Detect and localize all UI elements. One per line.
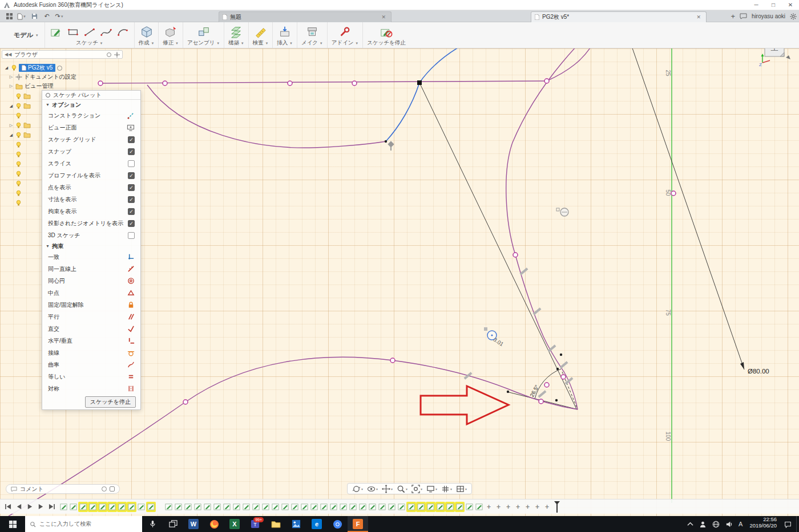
comment-bar[interactable]: コメント [6,484,120,494]
toolbar-group-label[interactable]: 挿入 ▼ [277,39,293,47]
concentric-icon[interactable] [127,277,135,285]
modify-press-button[interactable] [163,25,178,39]
tab-close-icon[interactable]: ✕ [695,14,703,20]
timeline-feature[interactable] [261,502,271,512]
new-tab-button[interactable]: + [731,12,735,21]
palette-constraint-row[interactable]: 中点 [42,287,140,299]
sketch-line-button[interactable] [82,25,97,39]
stop-sketch-button[interactable]: スケッチを停止 [85,396,136,408]
diameter-dimension[interactable]: Ø80.00 [748,368,769,375]
section-collapse-icon[interactable]: ▼ [46,244,50,248]
comment-target-icon[interactable] [102,486,107,492]
timeline-feature[interactable] [348,502,358,512]
expand-arrow-icon[interactable]: ▷ [9,75,14,79]
tl-prev-button[interactable] [15,503,23,510]
collapse-icon[interactable]: ◀◀ [5,52,11,57]
sketch-point-dots[interactable] [385,48,626,401]
nav-fit-button[interactable]: ▾ [411,485,422,493]
start-button[interactable] [0,516,25,532]
timeline-feature[interactable] [319,502,329,512]
palette-option-row[interactable]: 投影されたジオメトリを表示 ✓ [42,217,140,229]
palette-constraint-row[interactable]: 平行 [42,311,140,323]
parallel-icon[interactable] [127,313,135,320]
timeline-feature[interactable] [290,502,300,512]
comment-settings-icon[interactable] [110,486,115,492]
curvature-icon[interactable] [127,361,135,368]
timeline-feature[interactable] [474,502,484,512]
taskbar-clock[interactable]: 22:56 2019/06/20 [747,516,779,532]
timeline-feature[interactable] [300,502,309,512]
palette-section-constraints[interactable]: ▼ 拘束 [42,241,140,251]
maximize-button[interactable]: □ [765,0,782,10]
taskbar-app-teams[interactable]: T 99+ [245,516,265,532]
timeline-feature[interactable]: + [532,502,542,512]
palette-option-row[interactable]: 3D スケッチ [42,229,140,241]
toolbar-group-label[interactable]: 修正 ▼ [163,39,179,47]
sketch-rect-button[interactable] [66,25,80,39]
assembly-button[interactable] [196,25,211,39]
taskbar-search[interactable]: ここに入力して検索 [25,516,142,532]
taskbar-app-photos[interactable] [286,516,306,532]
expand-arrow-icon[interactable]: ◢ [9,104,14,108]
option-checkbox[interactable] [128,160,135,167]
palette-option-row[interactable]: スナップ ✓ [42,145,140,157]
nav-look-at-button[interactable]: ▾ [367,485,378,493]
browser-header[interactable]: ◀◀ ブラウザ [2,50,123,59]
ime-indicator[interactable]: A [739,521,742,527]
option-checkbox[interactable]: ✓ [128,148,135,155]
construction-icon[interactable] [127,112,135,120]
settings-gear-icon[interactable] [790,13,797,20]
tray-globe-icon[interactable] [712,521,720,528]
timeline-feature[interactable] [232,502,241,512]
option-checkbox[interactable]: ✓ [128,172,135,179]
expand-arrow-icon[interactable]: ▷ [9,84,14,88]
spline-control-points[interactable] [98,48,676,404]
timeline-feature[interactable] [203,502,212,512]
document-tab-pg2-v5[interactable]: PG2枚 v5* ✕ [531,11,707,22]
taskbar-app-excel[interactable]: X [224,516,245,532]
timeline-feature-highlighted[interactable] [406,502,416,512]
timeline-feature[interactable] [59,502,68,512]
option-checkbox[interactable]: ✓ [128,208,135,215]
option-checkbox[interactable]: ✓ [128,136,135,143]
expand-arrow-icon[interactable]: ◢ [4,66,9,70]
timeline-feature[interactable] [387,502,397,512]
inspect-button[interactable] [253,25,268,39]
palette-option-row[interactable]: 寸法を表示 ✓ [42,193,140,205]
timeline-feature-highlighted[interactable] [435,502,445,512]
toolbar-group-label[interactable]: 構築 ▼ [228,39,244,47]
bulb-icon[interactable] [15,93,22,100]
minimize-button[interactable]: ─ [748,0,765,10]
cortana-mic-icon[interactable] [142,516,163,532]
timeline-feature-highlighted[interactable] [127,502,136,512]
timeline-feature[interactable] [271,502,280,512]
option-checkbox[interactable]: ✓ [128,184,135,191]
bulb-icon[interactable] [15,141,22,148]
timeline-feature[interactable] [212,502,222,512]
palette-option-row[interactable]: ビュー正面 [42,121,140,133]
user-name[interactable]: hiroyasu aoki [752,13,785,19]
timeline-feature[interactable] [358,502,368,512]
timeline-feature[interactable] [397,502,406,512]
show-desktop-button[interactable] [796,516,799,532]
nav-orbit-button[interactable]: ▾ [352,485,363,493]
file-menu-icon[interactable]: ▼ [16,11,27,22]
palette-constraint-row[interactable]: 接線 [42,347,140,359]
expand-arrow-icon[interactable]: ▷ [9,123,14,128]
timeline-feature[interactable] [309,502,319,512]
timeline-feature-highlighted[interactable] [78,502,88,512]
bulb-icon[interactable] [11,64,17,71]
display-mode-icon[interactable] [107,52,111,57]
palette-constraint-row[interactable]: 固定/固定解除 [42,299,140,311]
palette-constraint-row[interactable]: 対称 [42,383,140,395]
palette-constraint-row[interactable]: 同心円 [42,275,140,287]
bulb-icon[interactable] [15,200,22,206]
nav-display-button[interactable]: ▾ [426,485,437,493]
timeline-feature[interactable] [280,502,290,512]
timeline-feature[interactable] [164,502,173,512]
comment-bubble-icon[interactable] [740,13,747,19]
toolbar-group-label[interactable]: スケッチを停止 [367,39,406,47]
timeline-feature[interactable]: + [484,502,494,512]
nav-grid-button[interactable]: ▾ [441,485,452,493]
timeline-feature[interactable] [193,502,203,512]
